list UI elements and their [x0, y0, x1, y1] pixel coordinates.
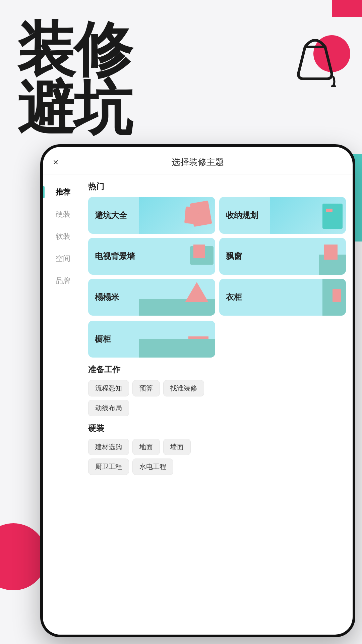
tag-wall[interactable]: 墙面: [163, 439, 191, 455]
sidebar-item-brand[interactable]: 品牌: [43, 270, 83, 292]
sidebar-item-soft[interactable]: 软装: [43, 225, 83, 248]
paint-bucket-icon: [285, 27, 352, 87]
hot-item-bay-window[interactable]: 飘窗: [219, 238, 346, 275]
sidebar-item-hard[interactable]: 硬装: [43, 203, 83, 225]
illustration-storage: [270, 197, 346, 234]
illustration-tatami: [139, 279, 215, 316]
illustration-bay-window: [270, 238, 346, 275]
tag-kitchen-bath[interactable]: 厨卫工程: [88, 459, 129, 475]
hot-item-storage[interactable]: 收纳规划: [219, 197, 346, 234]
hard-section: 硬装 建材选购 地面 墙面: [88, 423, 346, 475]
hard-tags-row-1: 建材选购 地面 墙面: [88, 439, 346, 455]
main-content: 热门 避坑大全: [83, 174, 353, 635]
prepare-section: 准备工作 流程悉知 预算 找谁装修: [88, 364, 346, 416]
illustration-wardrobe: [270, 279, 346, 316]
svg-point-1: [331, 85, 336, 87]
category-sidebar: 推荐 硬装 软装 空间 品牌: [43, 174, 83, 635]
tag-who-renovates[interactable]: 找谁装修: [163, 380, 204, 396]
tag-floor[interactable]: 地面: [132, 439, 160, 455]
prepare-tags-row-2: 动线布局: [88, 400, 346, 416]
tag-materials[interactable]: 建材选购: [88, 439, 129, 455]
illustration-avoid-pit: [139, 197, 215, 234]
phone-wrapper: × 选择装修主题 推荐 硬装 软装 空间: [40, 144, 355, 637]
hot-item-tatami[interactable]: 榻榻米: [88, 279, 215, 316]
dialog-header: × 选择装修主题: [43, 147, 353, 174]
prepare-tags-row-1: 流程悉知 预算 找谁装修: [88, 380, 346, 396]
dialog-title: 选择装修主题: [172, 156, 224, 168]
prepare-section-title: 准备工作: [88, 364, 346, 375]
tag-electric-water[interactable]: 水电工程: [132, 459, 173, 475]
sidebar-item-recommended[interactable]: 推荐: [43, 181, 83, 203]
hot-item-avoid-pit[interactable]: 避坑大全: [88, 197, 215, 234]
illustration-tv-wall: [139, 238, 215, 275]
bg-pink-circle: [0, 523, 47, 590]
tag-budget[interactable]: 预算: [132, 380, 160, 396]
tag-process[interactable]: 流程悉知: [88, 380, 129, 396]
sidebar-item-space[interactable]: 空间: [43, 248, 83, 270]
tag-layout[interactable]: 动线布局: [88, 400, 129, 416]
phone-screen: × 选择装修主题 推荐 硬装 软装 空间: [43, 147, 353, 635]
hot-section-title: 热门: [88, 181, 346, 192]
hard-tags-row-2: 厨卫工程 水电工程: [88, 459, 346, 475]
phone-frame: × 选择装修主题 推荐 硬装 软装 空间: [40, 144, 355, 637]
close-button[interactable]: ×: [53, 157, 58, 168]
phone-body: 推荐 硬装 软装 空间 品牌: [43, 174, 353, 635]
hot-item-wardrobe[interactable]: 衣柜: [219, 279, 346, 316]
bg-pink-rect: [332, 0, 362, 17]
hot-item-tv-wall[interactable]: 电视背景墙: [88, 238, 215, 275]
hero-title-line2: 避坑: [17, 75, 131, 141]
illustration-cabinet: [139, 321, 215, 358]
hot-item-cabinet[interactable]: 橱柜: [88, 321, 215, 358]
hard-section-title: 硬装: [88, 423, 346, 434]
hero-title-line1: 装修: [17, 17, 131, 82]
hot-grid: 避坑大全 收纳规划: [88, 197, 346, 316]
